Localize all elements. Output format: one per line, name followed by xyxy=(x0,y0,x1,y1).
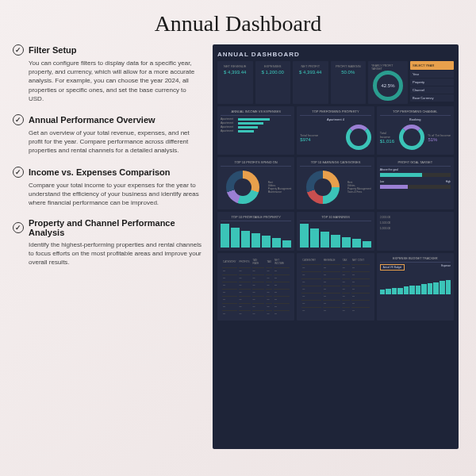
donut-chart xyxy=(226,171,259,204)
goal-target-panel: PROFIT GOAL TARGET Above the goal LowHig… xyxy=(377,157,454,209)
dashboard-header: ANNUAL DASHBOARD xyxy=(217,49,454,61)
check-icon xyxy=(13,44,24,56)
budget-tracker-panel: EXPENSE BUDGET TRACKER Actual VS BudgetE… xyxy=(377,253,454,321)
donut-icon xyxy=(346,125,371,150)
income-expenses-panel: ANNUAL INCOME VS EXPENSES Apartment Apar… xyxy=(217,106,294,155)
selector-row[interactable]: Property xyxy=(410,79,454,86)
feature-title: Income vs. Expenses Comparison xyxy=(29,167,171,177)
feature-desc: Identify the highest-performing properti… xyxy=(13,240,203,267)
feature-title: Filter Setup xyxy=(29,45,77,55)
kpi-card: EXPENSES$ 1,200.00 xyxy=(255,61,291,104)
scale-panel: 2,000.001,500.001,000.00 xyxy=(377,212,454,251)
selector-row[interactable]: Channel xyxy=(410,86,454,94)
page-title: Annual Dashboard xyxy=(0,0,476,44)
kpi-card: PROFIT MARGIN50.0% xyxy=(331,61,367,104)
donut-chart xyxy=(306,171,340,204)
feature-list: Filter SetupYou can configure filters to… xyxy=(13,44,203,449)
gauge-icon: 42.5% xyxy=(373,71,403,101)
check-icon xyxy=(13,114,24,125)
donut-icon xyxy=(399,125,424,150)
dashboard-preview: ANNUAL DASHBOARD NET REVENUE$ 4,393.44 E… xyxy=(213,44,459,449)
feature-desc: You can configure filters to display dat… xyxy=(13,59,203,103)
feature-desc: Get an overview of your total revenue, e… xyxy=(13,129,203,155)
kpi-card: NET REVENUE$ 4,393.44 xyxy=(217,61,253,104)
feature-title: Property and Channel Performance Analysi… xyxy=(29,218,203,237)
top-property-panel: TOP PERFORMING PROPERTY Apartment 4 Tota… xyxy=(297,106,374,155)
earnings-bars: TOP 10 EARNINGS xyxy=(297,212,374,251)
profitable-property-bars: TOP 10 PROFITABLE PROPERTY xyxy=(217,212,294,251)
top-channel-panel: TOP PERFORMING CHANNEL Booking Total Inc… xyxy=(377,106,454,155)
selector-panel: SELECT YEARYearPropertyChannelBase Curre… xyxy=(410,61,454,104)
check-icon xyxy=(13,222,24,233)
check-icon xyxy=(13,167,24,178)
kpi-card: NET PROFIT$ 4,393.44 xyxy=(293,61,328,104)
profits-donut-panel: TOP 10 PROFITS SPEND ON RentUtilitiesPro… xyxy=(217,157,294,209)
selector-row[interactable]: Year xyxy=(410,71,454,78)
gauge-card: YEARLY PROFIT TARGET42.5% xyxy=(368,61,408,104)
feature-desc: Compare your total income to your expens… xyxy=(13,181,203,208)
earnings-donut-panel: TOP 10 EARNINGS CATEGORIES RentUtilities… xyxy=(297,157,374,209)
selector-row[interactable]: Base Currency xyxy=(410,94,454,102)
category-table-1: CATEGORYPROFITSTAX RATETAXNET INCOME ———… xyxy=(217,253,294,321)
category-table-2: CATEGORYREVENUETAXNET COST —————————————… xyxy=(297,253,374,321)
select-year-button[interactable]: SELECT YEAR xyxy=(410,61,454,70)
feature-title: Annual Performance Overview xyxy=(29,115,155,125)
